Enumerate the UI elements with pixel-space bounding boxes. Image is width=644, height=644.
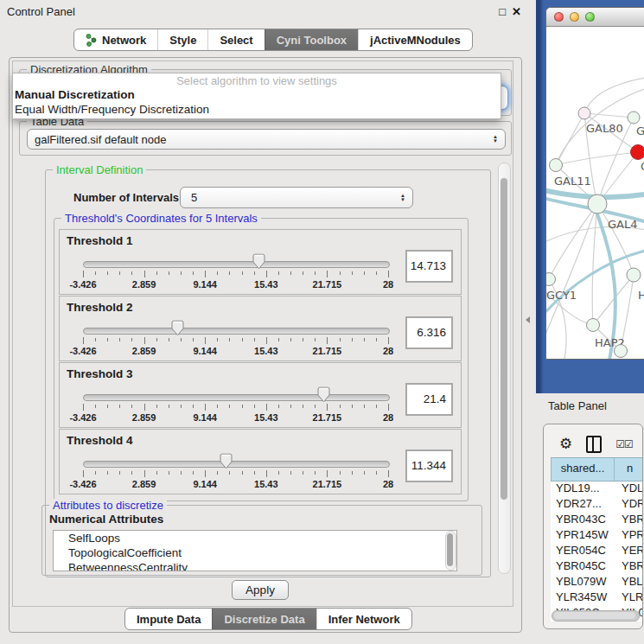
network-node[interactable] <box>627 268 641 282</box>
gear-icon[interactable]: ⚙ <box>559 437 572 451</box>
column-header-shared-name[interactable]: shared... <box>551 458 615 481</box>
attribute-list-item[interactable]: BetweennessCentrality <box>54 560 456 571</box>
slider-thumb[interactable] <box>219 453 233 469</box>
tick-label: 15.43 <box>254 279 278 290</box>
column-layout-icon[interactable] <box>586 436 602 453</box>
cell-shared-name[interactable]: YLR345W <box>551 590 615 606</box>
float-panel-icon[interactable]: □ <box>499 5 506 18</box>
tab-style[interactable]: Style <box>157 29 207 50</box>
cell-shared-name[interactable]: YBL079W <box>551 575 615 590</box>
cell-name[interactable]: YER0 <box>615 544 642 559</box>
cell-shared-name[interactable]: YPR145W <box>551 528 615 544</box>
cell-shared-name[interactable]: YBR043C <box>551 513 615 528</box>
cell-shared-name[interactable]: YER054C <box>551 544 615 559</box>
cell-name[interactable]: YBR0 <box>615 559 642 575</box>
cell-name[interactable]: YDL1 <box>615 481 642 497</box>
zoom-window-icon[interactable] <box>585 12 595 22</box>
threshold-value-input[interactable]: 6.316 <box>405 316 453 349</box>
tick-label: 2.859 <box>132 412 156 423</box>
tick-label: 2.859 <box>132 279 156 290</box>
number-of-intervals-combobox[interactable]: 5 ▲▼ <box>180 187 413 208</box>
threshold-row: Threshold 1-3.4262.8599.14415.4321.71528… <box>59 229 462 295</box>
network-node[interactable] <box>546 273 556 286</box>
network-node[interactable] <box>578 107 590 119</box>
tab-network[interactable]: Network <box>74 29 157 50</box>
tab-select[interactable]: Select <box>207 29 264 50</box>
slider-track[interactable] <box>83 328 390 335</box>
table-row[interactable]: YBR045CYBR0 <box>551 559 642 575</box>
network-node-label: GAL80 <box>586 122 623 135</box>
network-node[interactable] <box>615 345 628 358</box>
threshold-value-input[interactable]: 14.713 <box>405 250 453 283</box>
attribute-list-item[interactable]: SelfLoops <box>54 531 456 545</box>
slider-ticks <box>83 337 388 345</box>
scrollbar-thumb[interactable] <box>447 533 453 566</box>
threshold-value-input[interactable]: 11.344 <box>405 450 453 482</box>
tab-label: Discretize Data <box>224 613 304 626</box>
network-node[interactable] <box>587 319 600 332</box>
tab-infer-network[interactable]: Infer Network <box>316 609 411 629</box>
network-node-label: GA <box>636 124 644 137</box>
dropdown-option-equal-width[interactable]: Equal Width/Frequency Discretization <box>13 102 501 116</box>
table-row[interactable]: YPR145WYPR1 <box>551 528 642 544</box>
slider-thumb[interactable] <box>252 253 266 270</box>
cell-name[interactable]: YBR0 <box>615 513 642 528</box>
threshold-label: Threshold 4 <box>67 434 133 447</box>
table-data-combobox[interactable]: galFiltered.sif default node ▲▼ <box>27 129 506 150</box>
close-panel-icon[interactable]: ✕ <box>512 5 521 18</box>
minimize-window-icon[interactable] <box>570 12 579 22</box>
attributes-section: Attributes to discretize Numerical Attri… <box>41 505 482 576</box>
slider-track[interactable] <box>83 461 390 468</box>
scrollbar-thumb[interactable] <box>501 178 507 500</box>
number-of-intervals-value: 5 <box>188 191 400 204</box>
cell-name[interactable]: YPR1 <box>615 528 642 544</box>
panel-vertical-scrollbar[interactable] <box>498 163 511 574</box>
table-row[interactable]: YDR27...YDR2 <box>551 497 642 513</box>
slider-track[interactable] <box>83 261 390 268</box>
column-header-name[interactable]: n <box>615 458 642 481</box>
network-icon <box>86 34 97 47</box>
slider-track[interactable] <box>83 394 390 401</box>
table-row[interactable]: YBR043CYBR0 <box>551 513 642 528</box>
tab-label: Infer Network <box>328 613 400 626</box>
threshold-value-input[interactable]: 21.4 <box>405 383 453 416</box>
interval-definition-title: Interval Definition <box>53 163 146 176</box>
table-row[interactable]: YLR345WYLR3 <box>551 590 642 606</box>
cell-shared-name[interactable]: YDL19... <box>551 481 615 497</box>
network-node[interactable] <box>631 145 644 160</box>
tab-label: Select <box>220 34 252 47</box>
split-divider-handle[interactable] <box>526 316 530 323</box>
table-row[interactable]: YDL19...YDL1 <box>551 481 642 497</box>
slider-thumb[interactable] <box>170 320 185 336</box>
tab-impute-data[interactable]: Impute Data <box>125 609 212 629</box>
tab-discretize-data[interactable]: Discretize Data <box>212 609 316 629</box>
tab-cyni-toolbox[interactable]: Cyni Toolbox <box>265 29 358 50</box>
tab-jactivemnodules[interactable]: jActiveMNodules <box>358 29 472 50</box>
close-window-icon[interactable] <box>554 12 564 22</box>
tick-label: 28 <box>383 412 393 423</box>
dropdown-option-manual[interactable]: Manual Discretization <box>13 88 501 102</box>
attribute-list-item[interactable]: TopologicalCoefficient <box>54 545 456 560</box>
cell-shared-name[interactable]: YDR27... <box>551 497 615 513</box>
network-canvas[interactable]: GAL80GACGAL11GAL4GCY1HHAP2 <box>546 27 644 359</box>
table-row[interactable]: YBL079WYBL0 <box>551 575 642 590</box>
apply-button[interactable]: Apply <box>232 580 289 600</box>
scrollbar-thumb[interactable] <box>554 612 635 619</box>
network-node[interactable] <box>550 159 563 172</box>
slider-ticks <box>83 271 388 278</box>
slider-thumb[interactable] <box>316 386 331 403</box>
tick-label: 15.43 <box>254 412 278 423</box>
table-row[interactable]: YER054CYER0 <box>551 544 642 559</box>
network-node[interactable] <box>588 194 607 214</box>
select-columns-icon[interactable]: ☑☑ <box>615 438 633 450</box>
cell-name[interactable]: YDR2 <box>615 497 642 513</box>
tick-label: 15.43 <box>254 479 278 489</box>
table-horizontal-scrollbar[interactable] <box>552 610 640 622</box>
cell-name[interactable]: YLR3 <box>615 590 642 606</box>
cell-name[interactable]: YBL0 <box>615 575 642 590</box>
network-window-titlebar[interactable] <box>546 8 644 27</box>
list-scrollbar[interactable] <box>445 531 456 571</box>
slider-ticks <box>83 404 388 411</box>
cell-shared-name[interactable]: YBR045C <box>551 559 615 575</box>
network-node[interactable] <box>628 112 640 124</box>
